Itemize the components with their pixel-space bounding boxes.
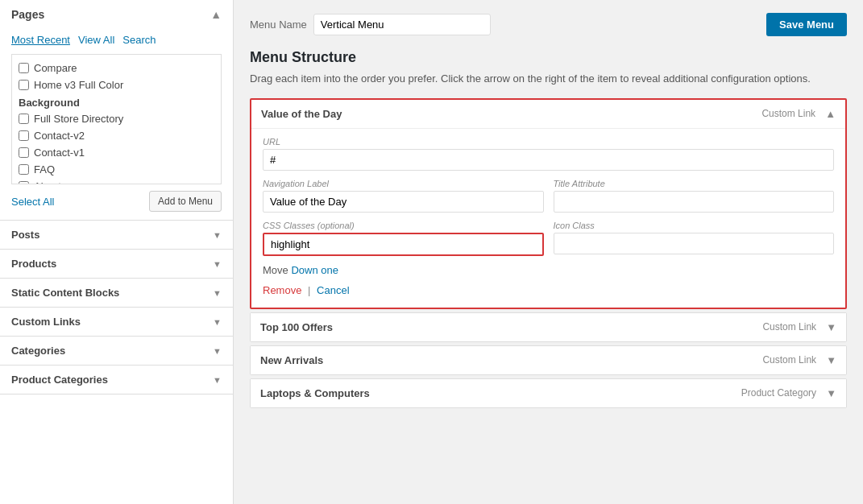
static-content-header[interactable]: Static Content Blocks ▼ [0, 279, 233, 307]
contact-v1-checkbox[interactable] [19, 147, 29, 158]
categories-chevron-icon: ▼ [213, 346, 222, 356]
toggle-down-icon: ▼ [826, 321, 836, 333]
full-store-checkbox[interactable] [19, 114, 29, 124]
menu-item-top-100-offers-type: Custom Link [762, 321, 816, 333]
categories-section: Categories ▼ [0, 337, 233, 366]
list-item: About [17, 178, 216, 184]
menu-structure: Menu Structure Drag each item into the o… [250, 49, 847, 408]
products-header[interactable]: Products ▼ [0, 250, 233, 278]
contact-v2-checkbox[interactable] [19, 130, 29, 141]
compare-checkbox[interactable] [19, 63, 29, 73]
move-label: Move [263, 264, 288, 276]
nav-label-label: Navigation Label [263, 179, 544, 188]
cancel-link[interactable]: Cancel [317, 284, 349, 296]
product-categories-header[interactable]: Product Categories ▼ [0, 366, 233, 394]
home-v3-checkbox[interactable] [19, 80, 29, 90]
custom-links-section: Custom Links ▼ [0, 308, 233, 337]
posts-header[interactable]: Posts ▼ [0, 221, 233, 249]
pages-section: Pages ▲ Most Recent View All Search Comp… [0, 0, 233, 221]
group-label: Background [17, 93, 216, 110]
menu-item-new-arrivals-header[interactable]: New Arrivals Custom Link ▼ [251, 346, 846, 374]
down-one-link[interactable]: Down one [291, 264, 338, 276]
about-checkbox[interactable] [19, 181, 29, 184]
separator: | [308, 284, 310, 296]
custom-links-label: Custom Links [11, 316, 81, 328]
tab-view-all[interactable]: View All [78, 34, 114, 46]
toggle-down-icon-3: ▼ [826, 387, 836, 399]
posts-section: Posts ▼ [0, 221, 233, 250]
product-categories-chevron-icon: ▼ [213, 375, 222, 385]
remove-link[interactable]: Remove [263, 284, 301, 296]
menu-item-laptops-computers-header[interactable]: Laptops & Computers Product Category ▼ [251, 379, 846, 407]
menu-structure-desc: Drag each item into the order you prefer… [250, 71, 847, 87]
save-menu-button[interactable]: Save Menu [766, 13, 847, 36]
sidebar: Pages ▲ Most Recent View All Search Comp… [0, 0, 234, 504]
product-categories-section: Product Categories ▼ [0, 366, 233, 395]
title-attr-label: Title Attribute [554, 179, 835, 188]
url-input[interactable] [263, 149, 834, 171]
custom-links-chevron-icon: ▼ [213, 317, 222, 327]
main-content: Menu Name Save Menu Menu Structure Drag … [234, 0, 863, 504]
pages-chevron-icon: ▲ [210, 8, 222, 21]
move-row: Move Down one [263, 264, 834, 276]
tab-most-recent[interactable]: Most Recent [11, 34, 70, 46]
menu-item-top-100-offers: Top 100 Offers Custom Link ▼ [250, 312, 847, 342]
custom-links-header[interactable]: Custom Links ▼ [0, 308, 233, 336]
list-item: Full Store Directory [17, 110, 216, 127]
css-field-group: CSS Classes (optional) [263, 221, 544, 256]
nav-label-input[interactable] [263, 191, 544, 213]
products-chevron-icon: ▼ [213, 259, 222, 269]
toggle-up-icon: ▲ [825, 108, 836, 120]
pages-content: Most Recent View All Search Compare Home… [0, 26, 233, 220]
static-content-section: Static Content Blocks ▼ [0, 279, 233, 308]
css-input[interactable] [263, 233, 544, 256]
list-item: Contact-v1 [17, 144, 216, 161]
icon-input[interactable] [554, 233, 835, 254]
menu-item-new-arrivals: New Arrivals Custom Link ▼ [250, 345, 847, 375]
url-field-group: URL [263, 137, 834, 171]
menu-structure-title: Menu Structure [250, 49, 847, 66]
pages-actions: Select All Add to Menu [11, 191, 222, 212]
top-bar: Menu Name Save Menu [250, 13, 847, 36]
contact-v1-label: Contact-v1 [34, 147, 85, 159]
menu-item-value-of-the-day-type: Custom Link [761, 108, 815, 119]
pages-scroll-inner: Compare Home v3 Full Color Background Fu… [12, 55, 221, 184]
toggle-down-icon-2: ▼ [826, 354, 836, 366]
menu-item-laptops-computers-title: Laptops & Computers [260, 387, 370, 399]
pages-section-title: Pages [11, 8, 44, 21]
url-label: URL [263, 137, 834, 147]
home-v3-label: Home v3 Full Color [34, 79, 123, 91]
title-attr-input[interactable] [554, 191, 835, 213]
faq-checkbox[interactable] [19, 164, 29, 175]
menu-item-value-of-the-day-body: URL Navigation Label Title Attribute [251, 128, 845, 308]
tab-search[interactable]: Search [122, 34, 156, 46]
title-attr-field-group: Title Attribute [554, 179, 835, 213]
products-section: Products ▼ [0, 250, 233, 279]
categories-label: Categories [11, 345, 65, 357]
menu-name-row: Menu Name [250, 14, 491, 35]
categories-header[interactable]: Categories ▼ [0, 337, 233, 365]
list-item: Contact-v2 [17, 127, 216, 144]
posts-chevron-icon: ▼ [213, 230, 222, 240]
pages-tabs: Most Recent View All Search [11, 34, 222, 46]
menu-name-label: Menu Name [250, 19, 307, 31]
nav-title-row: Navigation Label Title Attribute [263, 179, 834, 221]
product-categories-label: Product Categories [11, 374, 108, 386]
menu-item-value-of-the-day: Value of the Day Custom Link ▲ URL [250, 98, 847, 309]
faq-label: FAQ [34, 163, 55, 176]
menu-item-new-arrivals-type: Custom Link [762, 354, 816, 366]
list-item: FAQ [17, 161, 216, 178]
add-to-menu-button[interactable]: Add to Menu [149, 191, 222, 212]
menu-item-top-100-offers-header[interactable]: Top 100 Offers Custom Link ▼ [251, 313, 846, 341]
menu-name-input[interactable] [313, 14, 491, 35]
full-store-label: Full Store Directory [34, 113, 123, 125]
nav-label-field-group: Navigation Label [263, 179, 544, 213]
icon-label: Icon Class [554, 221, 835, 230]
menu-item-laptops-computers-type: Product Category [741, 387, 816, 399]
posts-label: Posts [11, 229, 39, 241]
products-label: Products [11, 258, 56, 270]
menu-item-value-of-the-day-header[interactable]: Value of the Day Custom Link ▲ [251, 100, 845, 128]
menu-item-new-arrivals-title: New Arrivals [260, 354, 323, 366]
select-all-link[interactable]: Select All [11, 196, 54, 208]
list-item: Home v3 Full Color [17, 76, 216, 93]
